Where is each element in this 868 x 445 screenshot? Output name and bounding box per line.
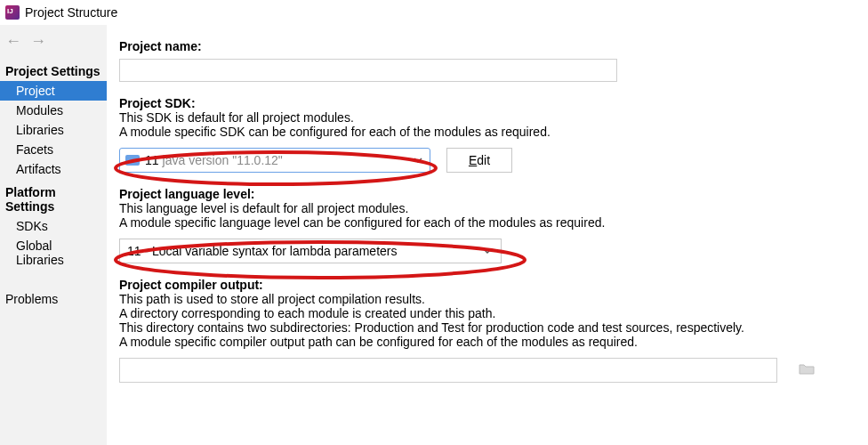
- language-level-label: Project language level:: [119, 187, 852, 201]
- sidebar-item-project[interactable]: Project: [0, 81, 107, 101]
- sidebar-heading-platform-settings: Platform Settings: [0, 182, 107, 216]
- main-panel: Project name: Project SDK: This SDK is d…: [107, 25, 868, 445]
- compiler-output-label: Project compiler output:: [119, 278, 852, 292]
- sidebar-item-artifacts[interactable]: Artifacts: [0, 159, 107, 179]
- sidebar: ← → Project Settings Project Modules Lib…: [0, 25, 107, 445]
- compiler-output-input[interactable]: [119, 358, 777, 383]
- sidebar-item-label: Facets: [16, 142, 53, 157]
- app-icon: [5, 5, 20, 20]
- sidebar-item-label: Artifacts: [16, 162, 61, 176]
- project-sdk-desc2: A module specific SDK can be configured …: [119, 125, 852, 139]
- project-name-label: Project name:: [119, 39, 852, 53]
- jdk-icon: [125, 155, 140, 166]
- project-name-input[interactable]: [119, 59, 617, 82]
- chevron-down-icon: [483, 244, 492, 258]
- compiler-output-desc3: This directory contains two subdirectori…: [119, 320, 852, 335]
- sidebar-item-problems[interactable]: Problems: [0, 289, 107, 309]
- sidebar-item-sdks[interactable]: SDKs: [0, 216, 107, 236]
- project-sdk-label: Project SDK:: [119, 96, 852, 110]
- language-level-desc: This language level is default for all p…: [119, 201, 852, 215]
- sidebar-item-libraries[interactable]: Libraries: [0, 120, 107, 140]
- sdk-version-number: 11: [145, 153, 159, 167]
- edit-rest: dit: [477, 153, 490, 167]
- sidebar-item-label: SDKs: [16, 219, 48, 233]
- sidebar-item-modules[interactable]: Modules: [0, 101, 107, 120]
- sidebar-heading-project-settings: Project Settings: [0, 61, 107, 81]
- sidebar-item-facets[interactable]: Facets: [0, 140, 107, 159]
- sdk-version-detail: java version "11.0.12": [163, 153, 283, 167]
- sidebar-item-label: Project: [16, 84, 55, 98]
- project-sdk-select[interactable]: 11 java version "11.0.12": [119, 148, 430, 173]
- compiler-output-desc1: This path is used to store all project c…: [119, 292, 852, 306]
- sidebar-item-label: Global Libraries: [16, 239, 64, 267]
- language-level-select[interactable]: 11 - Local variable syntax for lambda pa…: [119, 239, 502, 263]
- compiler-output-desc2: A directory corresponding to each module…: [119, 306, 852, 320]
- language-level-desc2: A module specific language level can be …: [119, 215, 852, 230]
- nav-forward-icon[interactable]: →: [30, 32, 46, 51]
- language-level-value: 11 - Local variable syntax for lambda pa…: [127, 244, 397, 258]
- edit-underline: E: [469, 153, 477, 167]
- window-title: Project Structure: [25, 5, 117, 20]
- browse-folder-icon[interactable]: [799, 362, 815, 378]
- sidebar-item-global-libraries[interactable]: Global Libraries: [0, 236, 107, 270]
- titlebar: Project Structure: [0, 0, 868, 25]
- sidebar-item-label: Problems: [5, 292, 58, 306]
- sidebar-item-label: Modules: [16, 103, 63, 117]
- compiler-output-desc4: A module specific compiler output path c…: [119, 335, 852, 349]
- project-sdk-desc: This SDK is default for all project modu…: [119, 110, 852, 125]
- chevron-down-icon: [414, 153, 422, 167]
- nav-back-icon[interactable]: ←: [5, 32, 21, 51]
- sidebar-item-label: Libraries: [16, 123, 64, 137]
- edit-sdk-button[interactable]: Edit: [446, 148, 512, 173]
